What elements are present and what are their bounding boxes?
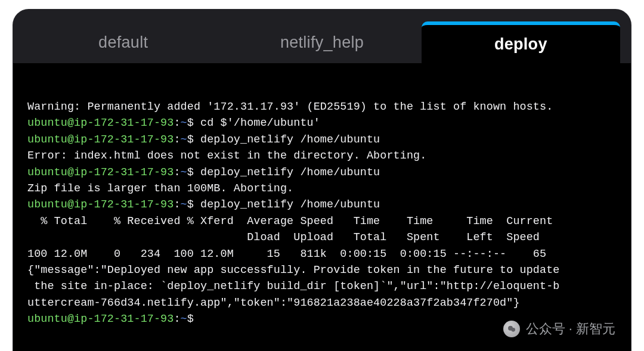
prompt-userhost: ubuntu@ip-172-31-17-93 xyxy=(27,166,174,179)
command-text: deploy_netlify /home/ubuntu xyxy=(194,133,380,146)
prompt-sep: : xyxy=(174,313,180,325)
watermark-label: 公众号 · 新智元 xyxy=(526,320,615,338)
prompt-symbol: $ xyxy=(187,198,194,211)
terminal-line: ubuntu@ip-172-31-17-93:~$ deploy_netlify… xyxy=(27,132,617,148)
prompt-sep: : xyxy=(174,198,180,211)
terminal-line: the site in-place: `deploy_netlify build… xyxy=(27,278,617,294)
wechat-icon xyxy=(503,321,520,337)
terminal-line: Error: index.html does not exist in the … xyxy=(27,148,617,164)
terminal-line: ubuntu@ip-172-31-17-93:~$ deploy_netlify… xyxy=(27,197,617,213)
tab-bar: default netlify_help deploy xyxy=(13,10,631,63)
terminal-line: % Total % Received % Xferd Average Speed… xyxy=(27,213,617,229)
command-text xyxy=(194,313,200,325)
terminal-line: 100 12.0M 0 234 100 12.0M 15 811k 0:00:1… xyxy=(27,246,617,262)
prompt-symbol: $ xyxy=(187,166,194,179)
svg-point-1 xyxy=(511,328,515,332)
terminal-line: Dload Upload Total Spent Left Speed xyxy=(27,229,617,246)
tab-label: deploy xyxy=(494,35,547,54)
terminal-line: Zip file is larger than 100MB. Aborting. xyxy=(27,181,617,197)
terminal-line: {"message":"Deployed new app successfull… xyxy=(27,262,617,278)
prompt-sep: : xyxy=(174,133,180,146)
prompt-userhost: ubuntu@ip-172-31-17-93 xyxy=(27,117,174,129)
prompt-userhost: ubuntu@ip-172-31-17-93 xyxy=(27,133,174,146)
prompt-userhost: ubuntu@ip-172-31-17-93 xyxy=(27,313,174,325)
tab-label: netlify_help xyxy=(280,33,364,52)
command-text: deploy_netlify /home/ubuntu xyxy=(194,198,380,211)
prompt-sep: : xyxy=(174,117,180,129)
prompt-symbol: $ xyxy=(187,117,194,129)
watermark: 公众号 · 新智元 xyxy=(503,320,615,338)
prompt-symbol: $ xyxy=(187,313,194,325)
tab-deploy[interactable]: deploy xyxy=(422,21,620,63)
tab-label: default xyxy=(98,33,148,52)
prompt-userhost: ubuntu@ip-172-31-17-93 xyxy=(27,198,174,211)
command-text: deploy_netlify /home/ubuntu xyxy=(194,166,380,179)
tab-netlify-help[interactable]: netlify_help xyxy=(222,21,421,63)
terminal-output[interactable]: Warning: Permanently added '172.31.17.93… xyxy=(13,63,631,351)
prompt-path: ~ xyxy=(181,313,187,325)
terminal-line: ubuntu@ip-172-31-17-93:~$ deploy_netlify… xyxy=(27,164,617,181)
prompt-path: ~ xyxy=(181,198,187,211)
prompt-symbol: $ xyxy=(187,133,194,146)
prompt-sep: : xyxy=(174,166,180,179)
prompt-path: ~ xyxy=(181,166,187,179)
terminal-window: default netlify_help deploy Warning: Per… xyxy=(13,10,631,351)
command-text: cd $'/home/ubuntu' xyxy=(194,117,320,129)
prompt-path: ~ xyxy=(181,133,187,146)
terminal-line: ubuntu@ip-172-31-17-93:~$ cd $'/home/ubu… xyxy=(27,115,617,131)
terminal-line: uttercream-766d34.netlify.app","token":"… xyxy=(27,295,617,311)
tab-default[interactable]: default xyxy=(24,21,222,63)
prompt-path: ~ xyxy=(181,117,187,129)
terminal-line: Warning: Permanently added '172.31.17.93… xyxy=(27,99,617,115)
